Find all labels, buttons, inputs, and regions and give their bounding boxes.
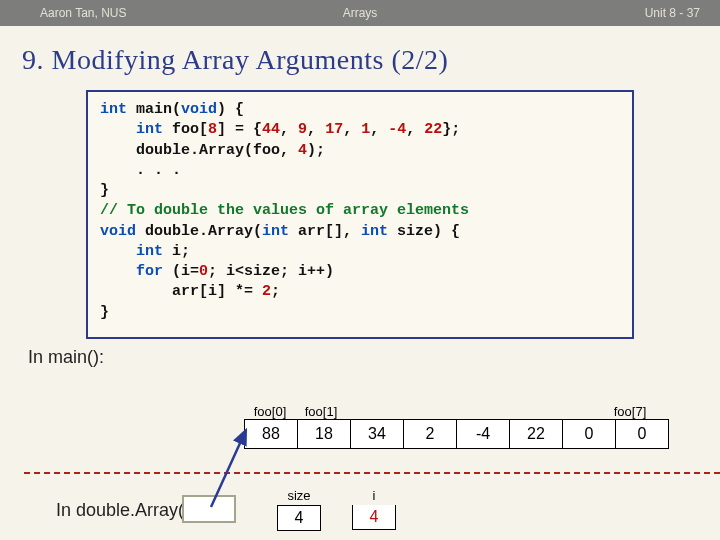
code-text: ) { (217, 101, 244, 118)
kw-int: int (100, 243, 163, 260)
cell-7: 0 (616, 420, 668, 448)
code-num: 4 (298, 142, 307, 159)
code-text: ; i<size; i++) (208, 263, 334, 280)
cell-5: 22 (510, 420, 563, 448)
label-in-double: In double.Array(): (28, 500, 195, 521)
label-foo0: foo[0] (244, 404, 296, 419)
code-num: 8 (208, 121, 217, 138)
i-block: i 4 (352, 488, 396, 530)
code-text: ] = { (217, 121, 262, 138)
slide-header: Aaron Tan, NUS Arrays Unit 8 - 37 (0, 0, 720, 26)
code-text: main( (127, 101, 181, 118)
code-text: ; (271, 283, 280, 300)
cell-3: 2 (404, 420, 457, 448)
kw-void: void (181, 101, 217, 118)
label-foo7: foo[7] (604, 404, 656, 419)
code-text: , (280, 121, 298, 138)
array-foo: foo[0] foo[1] foo[7] 88 18 34 2 -4 22 0 … (244, 404, 669, 449)
size-block: size 4 (277, 488, 321, 531)
cell-1: 18 (298, 420, 351, 448)
code-text: (i= (163, 263, 199, 280)
code-text: size) { (388, 223, 460, 240)
i-value: 4 (352, 505, 396, 530)
code-num: 2 (262, 283, 271, 300)
size-value: 4 (277, 505, 321, 531)
code-comment: // To double the values of array element… (100, 202, 469, 219)
label-size: size (277, 488, 321, 503)
code-text: , (343, 121, 361, 138)
kw-void: void (100, 223, 136, 240)
kw-int: int (262, 223, 289, 240)
code-num: 0 (199, 263, 208, 280)
code-text: foo[ (163, 121, 208, 138)
code-num: 9 (298, 121, 307, 138)
label-i: i (352, 488, 396, 503)
header-right: Unit 8 - 37 (645, 6, 700, 20)
divider-dashed (24, 472, 720, 474)
kw-int: int (100, 101, 127, 118)
cell-2: 34 (351, 420, 404, 448)
arr-pointer-box (182, 495, 236, 523)
code-text: , (370, 121, 388, 138)
code-text: arr[i] *= (100, 283, 262, 300)
code-text: }; (442, 121, 460, 138)
code-text: } (100, 304, 109, 321)
kw-int: int (361, 223, 388, 240)
code-text: , (307, 121, 325, 138)
kw-int: int (100, 121, 163, 138)
code-text: arr[], (289, 223, 361, 240)
code-block: int main(void) { int foo[8] = {44, 9, 17… (86, 90, 634, 339)
code-text: double.Array( (136, 223, 262, 240)
code-text: . . . (100, 162, 181, 179)
slide-title: 9. Modifying Array Arguments (2/2) (0, 26, 720, 84)
code-num: 22 (424, 121, 442, 138)
header-center: Arrays (343, 6, 378, 20)
code-text: ); (307, 142, 325, 159)
label-foo1: foo[1] (296, 404, 346, 419)
code-text: i; (163, 243, 190, 260)
array-index-labels: foo[0] foo[1] foo[7] (244, 404, 669, 419)
code-num: 1 (361, 121, 370, 138)
code-text: } (100, 182, 109, 199)
code-num: 44 (262, 121, 280, 138)
header-left: Aaron Tan, NUS (40, 6, 127, 20)
label-in-main: In main(): (0, 347, 720, 368)
kw-for: for (100, 263, 163, 280)
array-cells: 88 18 34 2 -4 22 0 0 (244, 419, 669, 449)
code-num: 17 (325, 121, 343, 138)
cell-4: -4 (457, 420, 510, 448)
cell-6: 0 (563, 420, 616, 448)
cell-0: 88 (245, 420, 298, 448)
code-text: , (406, 121, 424, 138)
code-num: -4 (388, 121, 406, 138)
code-text: double.Array(foo, (100, 142, 298, 159)
